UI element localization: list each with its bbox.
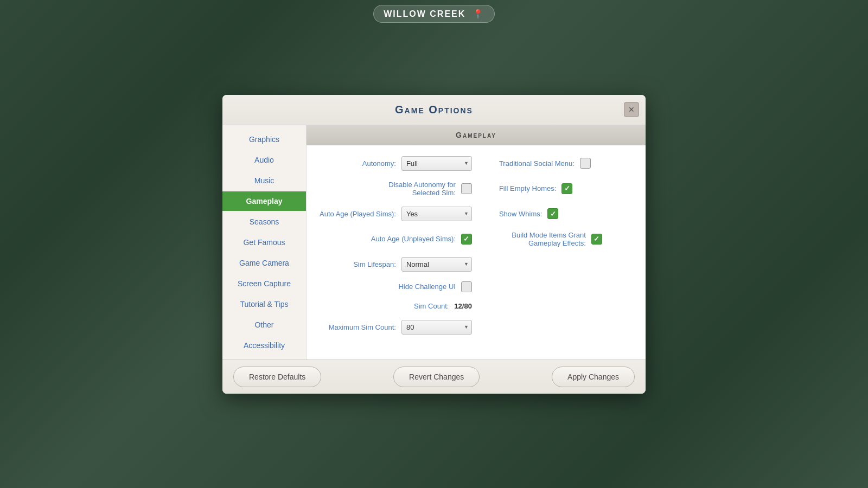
sim-lifespan-dropdown-wrapper: Short Normal Long Epic [401,257,472,272]
sim-lifespan-label: Sim Lifespan: [353,260,396,268]
auto-age-unplayed-label: Auto Age (Unplayed Sims): [371,235,456,243]
restore-defaults-button[interactable]: Restore Defaults [233,367,321,387]
max-sim-count-label: Maximum Sim Count: [329,323,396,331]
hide-challenge-checkbox[interactable] [461,281,472,292]
disable-autonomy-checkbox[interactable] [461,183,472,194]
fill-empty-homes-checkbox[interactable] [561,183,572,194]
build-mode-label: Build Mode Items Grant Gameplay Effects: [499,231,586,247]
modal-overlay: Game Options ✕ Graphics Audio Music Game… [0,0,868,488]
sidebar: Graphics Audio Music Gameplay Seasons Ge… [222,125,307,359]
settings-grid: Autonomy: Full High Medium Low None [320,156,633,335]
modal-body: Graphics Audio Music Gameplay Seasons Ge… [222,125,646,359]
sim-count-row: Sim Count: 12/80 [320,302,472,310]
max-sim-count-setting: Maximum Sim Count: 20 40 60 80 100 120 [320,320,472,335]
autonomy-setting: Autonomy: Full High Medium Low None [320,156,472,171]
sim-count-label: Sim Count: [414,302,449,310]
hide-challenge-setting: Hide Challenge UI [320,281,472,292]
build-mode-checkbox[interactable] [591,234,602,245]
sidebar-item-tutorial-tips[interactable]: Tutorial & Tips [222,294,306,314]
content-body: Autonomy: Full High Medium Low None [307,145,646,359]
empty-right-2 [488,281,633,292]
show-whims-label: Show Whims: [499,210,542,218]
sim-lifespan-setting: Sim Lifespan: Short Normal Long Epic [320,257,472,272]
autonomy-label: Autonomy: [362,159,396,168]
empty-right-3 [488,302,633,310]
sim-count-value: 12/80 [454,302,472,310]
sidebar-item-graphics[interactable]: Graphics [222,130,306,149]
modal-footer: Restore Defaults Revert Changes Apply Ch… [222,359,646,394]
autonomy-dropdown[interactable]: Full High Medium Low None [401,156,472,171]
close-button[interactable]: ✕ [624,102,639,117]
sidebar-item-screen-capture[interactable]: Screen Capture [222,274,306,293]
revert-changes-button[interactable]: Revert Changes [393,367,480,387]
autonomy-dropdown-wrapper: Full High Medium Low None [401,156,472,171]
sidebar-item-other[interactable]: Other [222,315,306,335]
auto-age-played-label: Auto Age (Played Sims): [320,210,396,218]
fill-empty-homes-label: Fill Empty Homes: [499,184,556,192]
sidebar-item-seasons[interactable]: Seasons [222,212,306,232]
fill-empty-homes-setting: Fill Empty Homes: [488,181,633,197]
modal-title: Game Options [395,104,473,115]
auto-age-played-setting: Auto Age (Played Sims): Yes No [320,207,472,221]
sidebar-item-accessibility[interactable]: Accessibility [222,336,306,355]
empty-right-4 [488,320,633,335]
auto-age-unplayed-setting: Auto Age (Unplayed Sims): [320,231,472,247]
sidebar-item-music[interactable]: Music [222,171,306,190]
sidebar-item-gameplay[interactable]: Gameplay [222,191,306,211]
auto-age-played-dropdown-wrapper: Yes No [401,207,472,221]
sidebar-item-get-famous[interactable]: Get Famous [222,233,306,252]
max-sim-count-dropdown[interactable]: 20 40 60 80 100 120 [401,320,472,335]
show-whims-checkbox[interactable] [547,208,558,219]
auto-age-unplayed-checkbox[interactable] [461,234,472,245]
traditional-social-menu-label: Traditional Social Menu: [499,159,575,168]
auto-age-played-dropdown[interactable]: Yes No [401,207,472,221]
traditional-social-menu-checkbox[interactable] [580,158,591,169]
content-panel: Gameplay Autonomy: Full High Medium [307,125,646,359]
sim-lifespan-dropdown[interactable]: Short Normal Long Epic [401,257,472,272]
hide-challenge-label: Hide Challenge UI [398,282,456,291]
game-options-modal: Game Options ✕ Graphics Audio Music Game… [222,95,646,394]
modal-header: Game Options ✕ [222,95,646,125]
disable-autonomy-label: Disable Autonomy for Selected Sim: [369,181,456,197]
sidebar-item-audio[interactable]: Audio [222,150,306,170]
empty-right-1 [488,257,633,272]
build-mode-setting: Build Mode Items Grant Gameplay Effects: [488,231,633,247]
apply-changes-button[interactable]: Apply Changes [552,367,635,387]
show-whims-setting: Show Whims: [488,207,633,221]
sidebar-item-game-camera[interactable]: Game Camera [222,253,306,273]
content-header: Gameplay [307,125,646,145]
max-sim-count-dropdown-wrapper: 20 40 60 80 100 120 [401,320,472,335]
traditional-social-menu-setting: Traditional Social Menu: [488,156,633,171]
disable-autonomy-setting: Disable Autonomy for Selected Sim: [320,181,472,197]
